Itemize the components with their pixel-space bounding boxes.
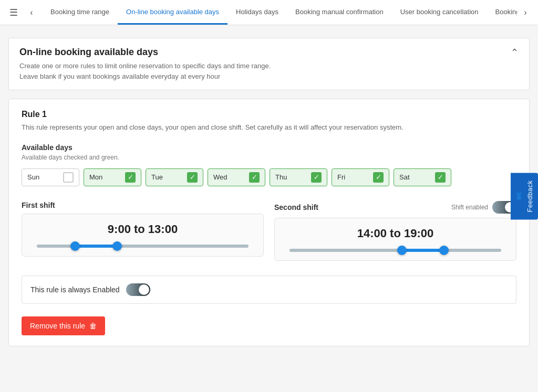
collapse-button[interactable]: ⌃ [511,47,519,58]
shift-enabled-group: Shift enabled [451,201,516,214]
page-header: On-line booking available days Create on… [8,38,530,90]
rule-description: This rule represents your open and close… [22,122,516,133]
day-box-sun[interactable]: Sun [22,168,79,186]
feedback-person-icon: 👤 [515,192,523,200]
always-enabled-toggle[interactable] [126,283,150,296]
day-label-thu: Thu [275,173,287,181]
first-shift-thumb1[interactable] [70,241,80,251]
remove-rule-button[interactable]: Remove this rule 🗑 [22,316,105,335]
available-days-title: Available days [22,143,516,152]
second-shift-time: 14:00 to 19:00 [285,227,505,240]
first-shift-thumb2[interactable] [112,241,122,251]
second-shift-thumb1[interactable] [397,246,407,255]
day-label-sun: Sun [27,173,39,181]
feedback-button[interactable]: 👤 Feedback [511,173,538,219]
first-shift-title: First shift [22,201,55,209]
days-row: SunMon✓Tue✓Wed✓Thu✓Fri✓Sat✓ [22,168,516,186]
nav-tab-booking-time-range[interactable]: Booking time range [42,0,118,25]
day-checkbox-mon: ✓ [125,172,136,183]
day-box-sat[interactable]: Sat✓ [394,168,451,186]
second-shift-thumb2[interactable] [439,246,449,255]
forward-button[interactable]: › [517,4,534,21]
second-shift-header: Second shift Shift enabled [274,201,516,214]
shift-enabled-label: Shift enabled [451,204,488,211]
nav-tab-online-booking-days[interactable]: On-line booking available days [118,0,227,25]
rule-title: Rule 1 [22,110,516,119]
day-label-mon: Mon [89,173,102,181]
day-checkbox-thu: ✓ [311,172,322,183]
day-checkbox-fri: ✓ [373,172,384,183]
always-enabled-row: This rule is always Enabled [22,276,516,304]
nav-tab-booking-reschedule[interactable]: Booking rescheduling [487,0,517,25]
first-shift-slider[interactable] [37,245,249,248]
second-shift-container: Second shift Shift enabled 14:00 to 19:0… [274,201,516,261]
page-subtitle-line2: Leave blank if you want bookings availab… [19,71,271,82]
nav-tab-holidays-days[interactable]: Holidays days [227,0,287,25]
always-enabled-knob [139,284,149,295]
day-checkbox-sun [63,172,74,183]
available-days-subtitle: Available days checked and green. [22,154,516,161]
rule-card: Rule 1 This rule represents your open an… [8,99,530,346]
first-shift-container: First shift 9:00 to 13:00 [22,201,264,261]
shifts-row: First shift 9:00 to 13:00 Second shift [22,201,516,261]
first-shift-time: 9:00 to 13:00 [33,223,253,236]
remove-rule-label: Remove this rule [30,322,85,330]
second-shift-box: 14:00 to 19:00 [274,218,516,261]
day-box-tue[interactable]: Tue✓ [146,168,203,186]
day-checkbox-tue: ✓ [187,172,198,183]
day-box-wed[interactable]: Wed✓ [208,168,265,186]
second-shift-fill [402,249,444,252]
always-enabled-label: This rule is always Enabled [30,285,120,294]
day-label-wed: Wed [213,173,227,181]
nav-tabs: Booking time rangeOn-line booking availa… [42,0,517,25]
first-shift-box: 9:00 to 13:00 [22,214,264,257]
feedback-tab-wrapper: 👤 Feedback [511,173,538,219]
main-content: On-line booking available days Create on… [0,25,538,392]
day-box-fri[interactable]: Fri✓ [332,168,389,186]
trash-icon: 🗑 [89,322,97,330]
day-label-sat: Sat [399,173,410,181]
day-box-thu[interactable]: Thu✓ [270,168,327,186]
nav-tab-booking-manual[interactable]: Booking manual confirmation [287,0,392,25]
day-checkbox-wed: ✓ [249,172,260,183]
first-shift-header: First shift [22,201,264,209]
second-shift-title: Second shift [274,203,318,211]
day-checkbox-sat: ✓ [435,172,446,183]
first-shift-fill [75,245,118,248]
top-navigation: ☰ ‹ Booking time rangeOn-line booking av… [0,0,538,25]
day-label-fri: Fri [337,173,345,181]
page-subtitle-line1: Create one or more rules to limit online… [19,61,271,71]
back-button[interactable]: ‹ [23,4,40,21]
day-label-tue: Tue [151,173,163,181]
feedback-label: Feedback [526,180,534,212]
nav-tab-user-booking-cancel[interactable]: User booking cancellation [392,0,487,25]
day-box-mon[interactable]: Mon✓ [84,168,141,186]
menu-button[interactable]: ☰ [4,3,23,22]
page-header-text: On-line booking available days Create on… [19,47,271,81]
second-shift-slider[interactable] [289,249,501,252]
page-title: On-line booking available days [19,47,271,58]
